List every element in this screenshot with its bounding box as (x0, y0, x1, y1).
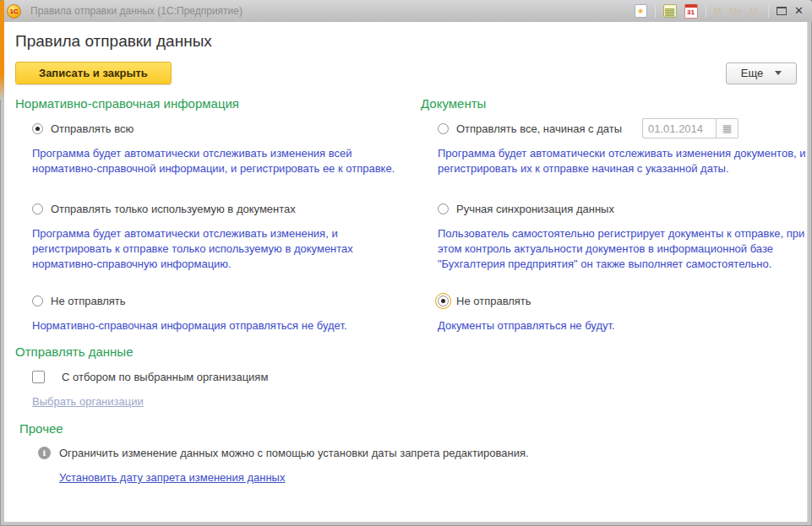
radio-documents-manual-sync[interactable]: Ручная синхронизация данных (421, 202, 808, 215)
calendar-day-label: 31 (687, 8, 695, 16)
maximize-button[interactable] (777, 7, 787, 15)
chevron-down-icon (775, 71, 782, 75)
window: 1С Правила отправки данных (1С:Предприят… (0, 0, 812, 526)
nsi-option-all-block: Отправлять всю Программа будет автоматич… (15, 122, 421, 202)
nsi-section-title: Нормативно-справочная информация (15, 96, 421, 111)
section-other: Прочее i Ограничить изменение данных мож… (19, 421, 808, 485)
radio-label: Отправлять всю (51, 122, 134, 135)
radio-nsi-send-all[interactable]: Отправлять всю (15, 122, 421, 135)
documents-option-none-description: Документы отправляться не будут. (438, 318, 808, 333)
radio-icon (32, 203, 43, 214)
info-icon: i (38, 447, 51, 459)
radio-nsi-send-used-only[interactable]: Отправлять только используемую в докумен… (15, 202, 421, 215)
more-button-label: Еще (741, 67, 763, 79)
documents-option-manual-description: Пользователь самостоятельно регистрирует… (438, 226, 808, 272)
1c-logo-icon: 1С (7, 4, 21, 19)
documents-option-manual-block: Ручная синхронизация данных Пользователь… (421, 202, 808, 294)
radio-label: Не отправлять (51, 295, 126, 307)
send-data-section-title: Отправлять данные (15, 344, 421, 360)
section-documents: Документы Отправлять все, начиная с даты… (421, 96, 808, 409)
titlebar-separator (768, 5, 769, 18)
close-button[interactable]: ✕ (794, 6, 804, 16)
titlebar-separator (655, 5, 656, 18)
date-picker-button[interactable]: ▦ (717, 118, 738, 138)
other-section-title: Прочее (19, 421, 808, 437)
documents-option-none-block: Не отправлять Документы отправляться не … (421, 294, 808, 333)
memory-recall-button[interactable]: М (714, 6, 722, 16)
documents-option-from-date-description: Программа будет автоматически отслеживат… (438, 146, 808, 176)
memory-minus-button[interactable]: М- (749, 6, 760, 16)
edit-restriction-text: Ограничить изменение данных можно с помо… (59, 447, 529, 459)
checkbox-label: С отбором по выбранным организациям (62, 371, 268, 383)
memory-plus-button[interactable]: М+ (729, 6, 743, 16)
page-title: Правила отправки данных (15, 32, 808, 51)
radio-icon (438, 123, 449, 134)
star-icon: ★ (637, 7, 644, 15)
more-button[interactable]: Еще (726, 62, 797, 84)
start-date-field: ▦ (642, 118, 738, 138)
documents-option-from-date-block: Отправлять все, начиная с даты ▦ Програм… (421, 122, 808, 202)
radio-label: Отправлять все, начиная с даты (456, 122, 622, 135)
titlebar-separator (706, 5, 706, 18)
calendar-icon[interactable]: 31 (684, 4, 698, 19)
edit-restriction-note: i Ограничить изменение данных можно с по… (38, 447, 808, 459)
documents-section-title: Документы (421, 96, 808, 111)
nsi-option-none-block: Не отправлять Нормативно-справочная инфо… (15, 294, 421, 344)
toolbar: Записать и закрыть Еще (15, 62, 797, 84)
calculator-icon[interactable]: ▦ (663, 4, 677, 18)
section-nsi: Нормативно-справочная информация Отправл… (15, 96, 421, 409)
favorites-icon[interactable]: ★ (635, 4, 647, 18)
window-title: Правила отправки данных (1С:Предприятие) (30, 5, 243, 17)
form-content: Правила отправки данных Записать и закры… (4, 22, 808, 522)
save-and-close-button[interactable]: Записать и закрыть (15, 62, 172, 84)
checkbox-filter-by-organizations[interactable]: С отбором по выбранным организациям (32, 370, 421, 383)
start-date-input[interactable] (642, 118, 717, 138)
checkbox-icon (32, 371, 45, 383)
set-restriction-date-link[interactable]: Установить дату запрета изменения данных (59, 471, 285, 484)
radio-label: Отправлять только используемую в докумен… (51, 203, 296, 215)
radio-icon (32, 296, 43, 306)
radio-documents-send-all-from-date[interactable]: Отправлять все, начиная с даты ▦ (421, 122, 808, 135)
radio-documents-do-not-send[interactable]: Не отправлять (421, 294, 808, 307)
options-columns: Нормативно-справочная информация Отправл… (15, 96, 808, 409)
radio-icon (438, 296, 449, 306)
titlebar-controls: ★ ▦ 31 М М+ М- ✕ (635, 4, 804, 19)
select-organizations-link[interactable]: Выбрать организации (32, 395, 144, 408)
nsi-option-used-description: Программа будет автоматически отслеживат… (32, 226, 402, 272)
content-right-border (807, 22, 808, 522)
radio-icon (438, 203, 449, 214)
radio-label: Не отправлять (456, 295, 531, 307)
titlebar: 1С Правила отправки данных (1С:Предприят… (0, 0, 812, 22)
nsi-option-all-description: Программа будет автоматически отслеживат… (32, 146, 402, 176)
radio-icon (32, 123, 43, 134)
nsi-option-none-description: Нормативно-справочная информация отправл… (32, 318, 402, 333)
radio-nsi-do-not-send[interactable]: Не отправлять (15, 294, 421, 307)
nsi-option-used-block: Отправлять только используемую в докумен… (15, 202, 421, 294)
calendar-grid-icon: ▦ (722, 122, 732, 134)
window-edge-accent (0, 0, 4, 100)
radio-label: Ручная синхронизация данных (456, 203, 614, 215)
